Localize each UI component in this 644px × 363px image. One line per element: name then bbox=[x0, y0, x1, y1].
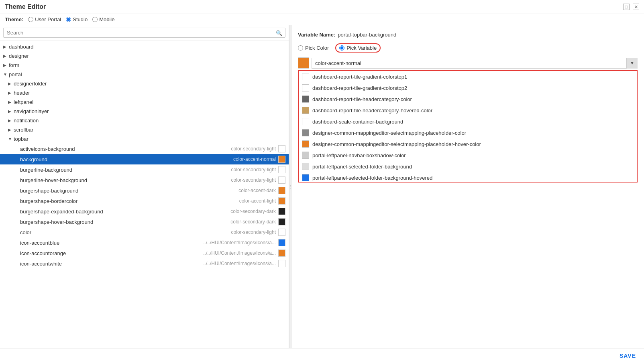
tree-item-activeicons-background[interactable]: activeicons-background color-secondary-l… bbox=[0, 144, 289, 154]
dropdown-label: designer-common-mappingeditor-selectmapp… bbox=[312, 130, 466, 136]
dropdown-label: designer-common-mappingeditor-selectmapp… bbox=[312, 141, 481, 147]
arrow-spacer bbox=[14, 209, 20, 214]
tree-item-portal[interactable]: ▼ portal bbox=[0, 70, 289, 79]
tree-item-icon-accountwhite[interactable]: icon-accountwhite ../../HUI/Content/Imag… bbox=[0, 258, 289, 269]
pick-color-label: Pick Color bbox=[305, 45, 329, 51]
dropdown-swatch bbox=[302, 163, 309, 170]
tree-item-designer[interactable]: ▶ designer bbox=[0, 51, 289, 61]
search-input[interactable] bbox=[3, 28, 285, 38]
tree-label-portal: portal bbox=[9, 71, 285, 77]
theme-label: Theme: bbox=[5, 16, 23, 22]
bottom-bar: SAVE bbox=[0, 348, 644, 363]
tree-item-form[interactable]: ▶ form bbox=[0, 61, 289, 70]
variable-name-row: Variable Name: portal-topbar-background bbox=[298, 32, 638, 38]
tree-item-burgerline-hover-background[interactable]: burgerline-hover-background color-second… bbox=[0, 175, 289, 185]
theme-bar: Theme: User Portal Studio Mobile bbox=[0, 14, 644, 25]
tree-item-burgerline-background[interactable]: burgerline-background color-secondary-li… bbox=[0, 164, 289, 175]
tree-label-topbar: topbar bbox=[14, 136, 285, 142]
pick-variable-option[interactable]: Pick Variable bbox=[335, 43, 381, 53]
dropdown-item-scale-container-bg[interactable]: dashboard-scale-container-background bbox=[299, 116, 637, 127]
arrow-icon: ▼ bbox=[8, 137, 14, 141]
tree-item-leftpanel[interactable]: ▶ leftpanel bbox=[0, 97, 289, 107]
close-button[interactable]: ✕ bbox=[633, 4, 639, 10]
color-swatch-burgerline-hover bbox=[278, 176, 285, 184]
arrow-icon: ▶ bbox=[3, 54, 9, 58]
tree-label-scrollbar: scrollbar bbox=[14, 127, 285, 133]
tree-item-topbar[interactable]: ▼ topbar bbox=[0, 134, 289, 144]
dropdown-swatch bbox=[302, 174, 309, 181]
dropdown-item-navbar-boxshadow[interactable]: portal-leftpanel-navbar-boxshadow-color bbox=[299, 150, 637, 161]
tree-value-burgershape-bordercolor: color-accent-light bbox=[239, 198, 276, 204]
tree-item-background[interactable]: background color-accent-normal bbox=[0, 154, 289, 164]
tree-label-navigationlayer: navigationlayer bbox=[14, 108, 285, 114]
dropdown-label: dashboard-scale-container-background bbox=[312, 119, 403, 125]
tree-label-header: header bbox=[14, 90, 285, 96]
theme-option-mobile[interactable]: Mobile bbox=[92, 16, 114, 22]
search-bar: 🔍 bbox=[0, 25, 289, 41]
search-wrap: 🔍 bbox=[3, 28, 285, 38]
picker-input-wrap: ▼ bbox=[312, 58, 638, 69]
dropdown-swatch bbox=[302, 152, 309, 159]
minimize-button[interactable]: □ bbox=[623, 4, 630, 10]
dropdown-label: portal-leftpanel-navbar-boxshadow-color bbox=[312, 152, 406, 158]
arrow-spacer bbox=[14, 241, 20, 245]
dropdown-swatch bbox=[302, 107, 309, 114]
color-swatch-burgershape bbox=[278, 187, 285, 194]
dropdown-item-headercategory-hovered-color[interactable]: dashboard-report-tile-headercategory-hov… bbox=[299, 105, 637, 116]
theme-option-studio[interactable]: Studio bbox=[66, 16, 88, 22]
tree-label-background: background bbox=[20, 156, 233, 162]
dropdown-item-mapping-placeholder-hover-color[interactable]: designer-common-mappingeditor-selectmapp… bbox=[299, 138, 637, 150]
dropdown-label: dashboard-report-tile-gradient-colorstop… bbox=[312, 85, 407, 91]
right-panel: Variable Name: portal-topbar-background … bbox=[291, 25, 644, 348]
dropdown-item-colorstop1[interactable]: dashboard-report-tile-gradient-colorstop… bbox=[299, 71, 637, 82]
tree-label-dashboard: dashboard bbox=[9, 44, 285, 50]
tree-item-burgershape-bordercolor[interactable]: burgershape-bordercolor color-accent-lig… bbox=[0, 196, 289, 206]
title-bar: Theme Editor □ ✕ bbox=[0, 0, 644, 14]
dropdown-item-selected-folder-bg-hovered[interactable]: portal-leftpanel-selected-folder-backgro… bbox=[299, 172, 637, 183]
tree-item-color[interactable]: color color-secondary-light bbox=[0, 227, 289, 237]
color-swatch-icon-accountwhite bbox=[278, 260, 285, 267]
tree-item-navigationlayer[interactable]: ▶ navigationlayer bbox=[0, 107, 289, 116]
dropdown-swatch bbox=[302, 95, 309, 103]
tree-value-burgershape-hover: color-secondary-dark bbox=[230, 219, 276, 225]
tree-item-header[interactable]: ▶ header bbox=[0, 88, 289, 97]
dropdown-item-colorstop2[interactable]: dashboard-report-tile-gradient-colorstop… bbox=[299, 82, 637, 93]
tree-item-icon-accountorange[interactable]: icon-accountorange ../../HUI/Content/Ima… bbox=[0, 248, 289, 258]
dropdown-label: dashboard-report-tile-gradient-colorstop… bbox=[312, 74, 407, 80]
tree-container[interactable]: ▶ dashboard ▶ designer ▶ form ▼ portal bbox=[0, 41, 289, 348]
pick-color-option[interactable]: Pick Color bbox=[298, 45, 329, 51]
color-swatch-icon-accountblue bbox=[278, 239, 285, 246]
color-swatch-burgerline bbox=[278, 166, 285, 173]
color-swatch-burgershape-border bbox=[278, 197, 285, 205]
picker-input[interactable] bbox=[312, 58, 638, 69]
tree-item-designerfolder[interactable]: ▶ designerfolder bbox=[0, 79, 289, 88]
tree-item-burgershape-background[interactable]: burgershape-background color-accent-dark bbox=[0, 185, 289, 196]
arrow-spacer bbox=[14, 189, 20, 193]
tree-item-burgershape-expanded-background[interactable]: burgershape-expanded-background color-se… bbox=[0, 206, 289, 217]
tree-label-form: form bbox=[9, 62, 285, 68]
save-button[interactable]: SAVE bbox=[620, 353, 636, 359]
tree-item-icon-accountblue[interactable]: icon-accountblue ../../HUI/Content/Image… bbox=[0, 237, 289, 248]
dropdown-item-headercategory-color[interactable]: dashboard-report-tile-headercategory-col… bbox=[299, 93, 637, 105]
tree-item-dashboard[interactable]: ▶ dashboard bbox=[0, 42, 289, 51]
search-icon: 🔍 bbox=[276, 30, 282, 36]
dropdown-item-selected-folder-bg[interactable]: portal-leftpanel-selected-folder-backgro… bbox=[299, 161, 637, 172]
arrow-icon: ▶ bbox=[3, 63, 9, 67]
dropdown-label: dashboard-report-tile-headercategory-hov… bbox=[312, 107, 432, 114]
tree-label-icon-accountblue: icon-accountblue bbox=[20, 240, 203, 246]
tree-item-burgershape-hover-background[interactable]: burgershape-hover-background color-secon… bbox=[0, 217, 289, 227]
picker-color-swatch bbox=[298, 57, 309, 69]
tree-item-scrollbar[interactable]: ▶ scrollbar bbox=[0, 125, 289, 134]
dropdown-swatch bbox=[302, 140, 309, 148]
pick-mode-row: Pick Color Pick Variable bbox=[298, 43, 638, 53]
theme-option-user-portal[interactable]: User Portal bbox=[28, 16, 61, 22]
tree-label-burgershape-hover: burgershape-hover-background bbox=[20, 219, 230, 225]
arrow-icon: ▶ bbox=[3, 45, 9, 49]
picker-dropdown-button[interactable]: ▼ bbox=[626, 58, 638, 69]
arrow-icon: ▶ bbox=[8, 100, 14, 104]
tree-label-leftpanel: leftpanel bbox=[14, 99, 285, 105]
tree-item-notification[interactable]: ▶ notification bbox=[0, 116, 289, 125]
dropdown-item-mapping-placeholder-color[interactable]: designer-common-mappingeditor-selectmapp… bbox=[299, 127, 637, 138]
tree-label-burgershape-background: burgershape-background bbox=[20, 188, 238, 194]
tree-label-notification: notification bbox=[14, 118, 285, 124]
